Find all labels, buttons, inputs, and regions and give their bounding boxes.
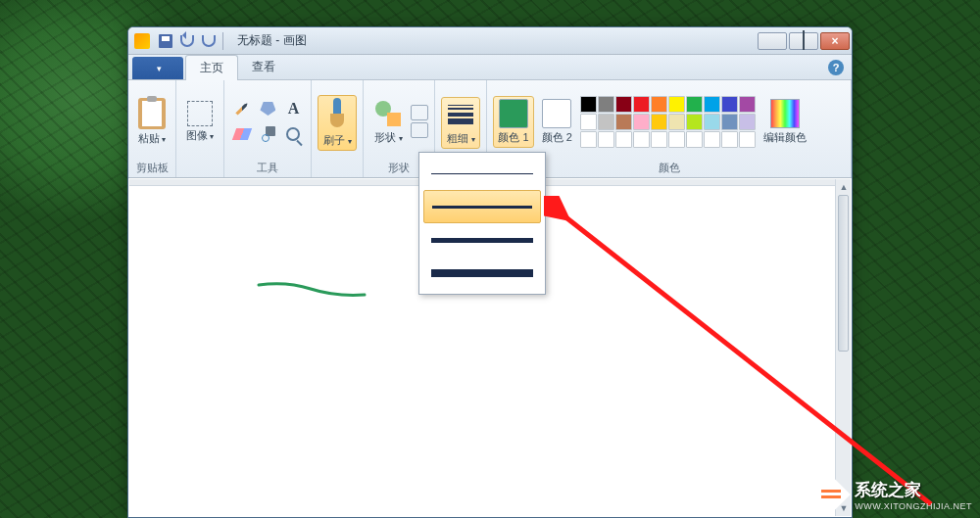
paste-button[interactable]: 粘贴 [134, 96, 170, 148]
watermark: 系统之家 WWW.XITONGZHIJIA.NET [813, 477, 972, 512]
size-button[interactable]: 粗细 [441, 97, 480, 149]
tab-home[interactable]: 主页 [185, 55, 238, 80]
close-button[interactable]: × [820, 32, 850, 50]
size-option[interactable] [423, 157, 541, 190]
vertical-scrollbar[interactable]: ▲ ▼ [835, 179, 851, 516]
palette-color[interactable] [668, 131, 685, 148]
palette-color[interactable] [721, 114, 738, 130]
pencil-tool[interactable] [230, 97, 254, 120]
app-icon [134, 33, 150, 49]
brush-icon [322, 98, 352, 131]
palette-color[interactable] [686, 96, 703, 113]
group-brush: 刷子 [312, 80, 364, 177]
palette-color[interactable] [580, 114, 597, 130]
shapes-button[interactable]: 形状 [369, 97, 407, 147]
palette-color[interactable] [580, 131, 597, 148]
save-button[interactable] [156, 31, 175, 51]
drawn-stroke [257, 277, 374, 306]
select-button[interactable]: 图像 [182, 99, 218, 145]
window-title: 无标题 - 画图 [237, 32, 307, 49]
group-label: 工具 [230, 159, 305, 175]
undo-button[interactable] [177, 31, 197, 51]
palette-color[interactable] [651, 114, 667, 130]
palette-color[interactable] [633, 131, 650, 148]
group-label: 剪贴板 [134, 159, 170, 175]
group-image: 图像 图像 [176, 80, 224, 177]
group-clipboard: 粘贴 剪贴板 [128, 80, 176, 177]
shapes-icon [373, 99, 403, 128]
palette-color[interactable] [704, 114, 720, 130]
palette-color[interactable] [651, 96, 667, 113]
palette-color[interactable] [721, 96, 738, 113]
palette-color[interactable] [598, 131, 614, 148]
help-icon[interactable]: ? [828, 60, 844, 75]
palette-color[interactable] [633, 114, 650, 130]
redo-button[interactable] [199, 31, 219, 51]
palette-color[interactable] [668, 96, 685, 113]
magnify-tool[interactable] [281, 122, 305, 146]
picker-tool[interactable] [256, 122, 279, 146]
palette-color[interactable] [721, 131, 738, 148]
size-option[interactable] [423, 190, 541, 223]
size-option[interactable] [423, 223, 541, 257]
size-dropdown [418, 152, 546, 295]
palette-color[interactable] [615, 114, 632, 130]
color2-swatch [542, 99, 571, 128]
size-icon [446, 100, 475, 129]
palette-color[interactable] [615, 131, 632, 148]
watermark-text: 系统之家 [855, 479, 972, 501]
watermark-url: WWW.XITONGZHIJIA.NET [855, 501, 972, 511]
palette-color[interactable] [598, 96, 614, 113]
brush-button[interactable]: 刷子 [318, 95, 357, 151]
palette-color[interactable] [739, 131, 756, 148]
scroll-up[interactable]: ▲ [836, 179, 852, 195]
palette-color[interactable] [704, 96, 720, 113]
color1-swatch [499, 99, 528, 128]
palette-color[interactable] [633, 96, 650, 113]
select-icon [187, 101, 213, 126]
edit-colors-icon [770, 99, 800, 128]
color2-button[interactable]: 颜色 2 [538, 97, 576, 147]
group-tools: A 工具 [224, 80, 312, 177]
group-label [318, 162, 357, 175]
fill-button[interactable] [411, 122, 428, 138]
scroll-thumb[interactable] [838, 195, 849, 352]
maximize-button[interactable] [789, 32, 818, 50]
eraser-tool[interactable] [230, 122, 254, 146]
separator [222, 32, 223, 50]
palette-color[interactable] [598, 114, 614, 130]
size-option[interactable] [423, 257, 541, 290]
color1-button[interactable]: 颜色 1 [493, 96, 533, 148]
palette-color[interactable] [739, 96, 756, 113]
fill-tool[interactable] [256, 97, 279, 120]
palette-color[interactable] [686, 114, 703, 130]
color-palette [580, 96, 756, 148]
palette-color[interactable] [739, 114, 756, 130]
palette-color[interactable] [651, 131, 667, 148]
tab-row: 主页 查看 ? [128, 55, 852, 80]
palette-color[interactable] [704, 131, 720, 148]
clipboard-icon [138, 98, 166, 129]
outline-button[interactable] [411, 105, 428, 120]
palette-color[interactable] [668, 114, 685, 130]
watermark-logo [813, 477, 849, 512]
window-controls: × [756, 32, 850, 50]
text-tool[interactable]: A [281, 97, 305, 120]
palette-color[interactable] [615, 96, 632, 113]
tab-view[interactable]: 查看 [238, 55, 289, 79]
titlebar[interactable]: 无标题 - 画图 × [128, 27, 852, 55]
palette-color[interactable] [580, 96, 597, 113]
palette-color[interactable] [686, 131, 703, 148]
edit-colors-button[interactable]: 编辑颜色 [760, 97, 810, 147]
minimize-button[interactable] [758, 32, 787, 50]
group-label: 颜色 [493, 159, 845, 175]
quick-access-toolbar [156, 31, 219, 51]
file-menu[interactable] [132, 57, 183, 79]
